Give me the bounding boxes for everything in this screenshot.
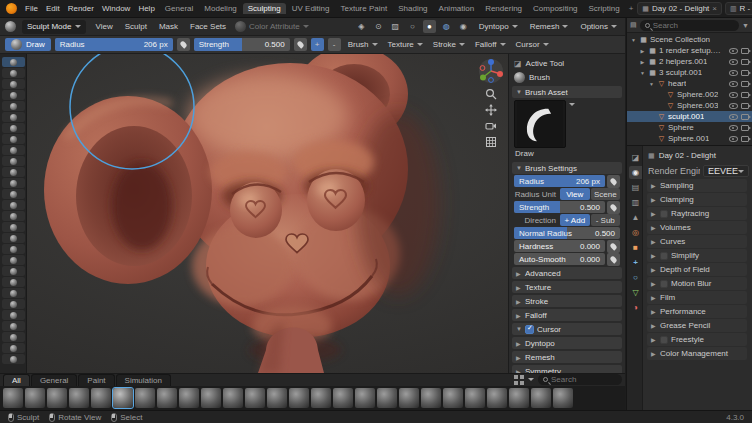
expand-icon[interactable]: ▼ <box>648 81 655 87</box>
panel-section-remesh[interactable]: Remesh <box>512 351 622 363</box>
tool-settings-dropdown-cursor[interactable]: Cursor <box>513 40 552 49</box>
brush-asset-elastic-snake-hook[interactable] <box>223 388 243 408</box>
radius-unit-option-scene[interactable]: Scene <box>591 188 621 200</box>
normal-radius-slider[interactable]: Normal Radius0.500 <box>514 227 620 239</box>
orthographic-grid-icon[interactable] <box>485 136 497 148</box>
brush-asset-relax[interactable] <box>531 388 551 408</box>
expand-icon[interactable]: ▶ <box>639 59 646 65</box>
workspace-tab-animation[interactable]: Animation <box>434 3 480 14</box>
properties-section-film[interactable]: Film <box>647 291 747 304</box>
outliner-search-field[interactable] <box>640 20 739 31</box>
workspace-tab-sculpting[interactable]: Sculpting <box>243 3 286 14</box>
unlink-scene-icon[interactable]: × <box>712 4 717 13</box>
brush-asset-paint[interactable] <box>465 388 485 408</box>
outliner-search-input[interactable] <box>653 21 734 30</box>
hardness-pressure-icon[interactable] <box>607 240 620 253</box>
view-layer-selector[interactable]: ▥ R - Final <box>725 2 752 15</box>
tool-snake-hook[interactable] <box>2 244 25 254</box>
properties-section-sampling[interactable]: Sampling <box>647 179 747 192</box>
outliner-row-heart[interactable]: ▼ heart <box>627 78 752 89</box>
brush-asset-inflate-compress[interactable] <box>377 388 397 408</box>
workspace-tab-texture-paint[interactable]: Texture Paint <box>336 3 393 14</box>
render-visibility-camera-icon[interactable] <box>741 81 749 87</box>
visibility-eye-icon[interactable] <box>729 101 738 110</box>
brush-asset-pinch[interactable] <box>487 388 507 408</box>
brush-asset-clay-strips[interactable] <box>91 388 111 408</box>
visibility-eye-icon[interactable] <box>729 68 738 77</box>
properties-tab-world[interactable]: ◎ <box>629 226 642 239</box>
shading-wireframe-icon[interactable]: ○ <box>406 20 419 33</box>
radius-slider[interactable]: Radius 206 px <box>55 38 173 51</box>
strength-pressure-icon[interactable] <box>294 38 307 51</box>
section-checkbox[interactable] <box>660 280 668 288</box>
properties-section-color-management[interactable]: Color Management <box>647 347 747 360</box>
render-visibility-camera-icon[interactable] <box>741 103 749 109</box>
shading-rendered-icon[interactable]: ◉ <box>457 20 470 33</box>
visibility-eye-icon[interactable] <box>729 134 738 143</box>
tool-scrape[interactable] <box>2 189 25 199</box>
tool-grab[interactable] <box>2 222 25 232</box>
properties-tab-material[interactable]: ◑ <box>629 301 642 314</box>
shading-material-icon[interactable]: ◍ <box>440 20 453 33</box>
navigation-gizmo-icon[interactable] <box>478 58 504 84</box>
filter-icon[interactable]: ▼ <box>742 22 749 29</box>
asset-search-field[interactable] <box>538 374 622 385</box>
tool-cloth[interactable] <box>2 321 25 331</box>
viewport-menu-face-sets[interactable]: Face Sets <box>187 22 229 31</box>
asset-search-input[interactable] <box>551 375 617 384</box>
auto-smooth-slider[interactable]: Auto-Smooth0.000 <box>514 253 605 265</box>
brush-asset-grab-silhouette[interactable] <box>333 388 353 408</box>
expand-icon[interactable]: ▶ <box>639 48 646 54</box>
workspace-tab-shading[interactable]: Shading <box>393 3 432 14</box>
camera-view-icon[interactable] <box>485 120 497 132</box>
tool-rotate[interactable] <box>2 288 25 298</box>
topbar-menu-help[interactable]: Help <box>134 4 158 13</box>
panel-section-advanced[interactable]: Advanced <box>512 267 622 279</box>
auto-smooth-pressure-icon[interactable] <box>607 253 620 266</box>
panel-section-dyntopo[interactable]: Dyntopo <box>512 337 622 349</box>
workspace-tab-compositing[interactable]: Compositing <box>528 3 582 14</box>
outliner-row-sculpt-001[interactable]: sculpt.001 <box>627 111 752 122</box>
brush-asset-pose[interactable] <box>509 388 529 408</box>
properties-section-curves[interactable]: Curves <box>647 235 747 248</box>
active-brush-button[interactable]: Draw <box>5 38 51 51</box>
outliner-row-sphere-003[interactable]: Sphere.003 <box>627 100 752 111</box>
viewport-canvas[interactable]: ◪ Active Tool Brush Brush Asset <box>0 54 625 373</box>
visibility-eye-icon[interactable] <box>729 123 738 132</box>
properties-tab-render[interactable]: ◉ <box>629 166 642 179</box>
render-engine-select[interactable]: EEVEE <box>703 165 749 177</box>
workspace-tab-uv-editing[interactable]: UV Editing <box>287 3 335 14</box>
properties-section-simplify[interactable]: Simplify <box>647 249 747 262</box>
header-dropdown-options[interactable]: Options <box>577 22 620 31</box>
brush-asset-thumbnail[interactable] <box>514 100 566 148</box>
expand-icon[interactable]: ▼ <box>630 37 637 43</box>
brush-asset-multiplane-scrape[interactable] <box>421 388 441 408</box>
tool-thumb[interactable] <box>2 255 25 265</box>
tool-draw-face-sets[interactable] <box>2 343 25 353</box>
brush-asset-elastic-grab[interactable] <box>201 388 221 408</box>
overlays-toggle-icon[interactable]: ⊙ <box>372 20 385 33</box>
workspace-tab-scripting[interactable]: Scripting <box>584 3 625 14</box>
tool-pose[interactable] <box>2 266 25 276</box>
direction-option--add[interactable]: + Add <box>560 214 590 226</box>
panel-section-cursor[interactable]: Cursor <box>512 323 622 335</box>
brush-asset-clay[interactable] <box>69 388 89 408</box>
asset-shelf-tab-paint[interactable]: Paint <box>78 374 114 386</box>
tool-fill[interactable] <box>2 178 25 188</box>
gizmos-toggle-icon[interactable]: ◈ <box>355 20 368 33</box>
asset-shelf-tab-general[interactable]: General <box>31 374 77 386</box>
properties-section-grease-pencil[interactable]: Grease Pencil <box>647 319 747 332</box>
tool-multiplane-scrape[interactable] <box>2 200 25 210</box>
outliner-row-sphere-001[interactable]: Sphere.001 <box>627 133 752 144</box>
brush-asset-draw[interactable] <box>113 388 133 408</box>
render-visibility-camera-icon[interactable] <box>741 70 749 76</box>
properties-tab-output[interactable]: ▤ <box>629 181 642 194</box>
asset-shelf-tab-simulation[interactable]: Simulation <box>116 374 171 386</box>
section-checkbox[interactable] <box>660 252 668 260</box>
topbar-menu-window[interactable]: Window <box>98 4 134 13</box>
brush-asset-flatten[interactable] <box>267 388 287 408</box>
add-workspace-button[interactable]: + <box>625 4 638 13</box>
tool-layer[interactable] <box>2 112 25 122</box>
mode-selector[interactable]: Sculpt Mode <box>22 20 86 34</box>
shading-solid-icon[interactable]: ● <box>423 20 436 33</box>
